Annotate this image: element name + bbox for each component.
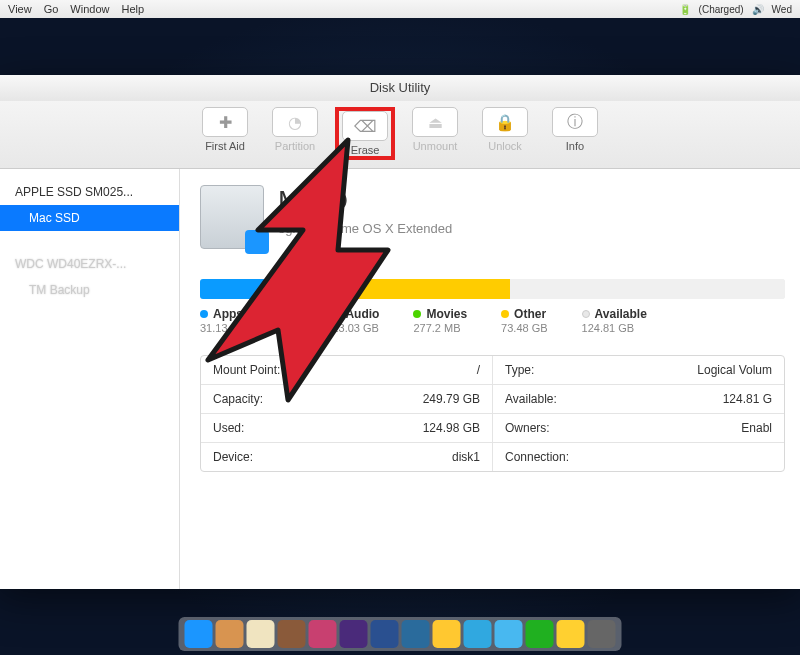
usage-seg-other bbox=[346, 279, 510, 299]
dock-app[interactable] bbox=[247, 620, 275, 648]
sidebar-drive-wdc[interactable]: WDC WD40EZRX-... bbox=[0, 251, 179, 277]
info-connection-label: Connection: bbox=[505, 450, 569, 464]
disk-icon bbox=[200, 185, 264, 249]
info-used-value: 124.98 GB bbox=[423, 421, 480, 435]
dock-app[interactable] bbox=[340, 620, 368, 648]
dock-app[interactable] bbox=[402, 620, 430, 648]
menu-go[interactable]: Go bbox=[44, 3, 59, 15]
dock-app[interactable] bbox=[309, 620, 337, 648]
battery-icon[interactable]: 🔋 bbox=[679, 4, 691, 15]
menu-view[interactable]: View bbox=[8, 3, 32, 15]
sidebar-volume-tm-backup[interactable]: TM Backup bbox=[0, 277, 179, 303]
unlock-button: 🔒 Unlock bbox=[475, 107, 535, 160]
legend-photos: 7.00 bbox=[277, 307, 298, 335]
usage-seg-available bbox=[510, 279, 785, 299]
erase-button[interactable]: ⌫ Erase bbox=[335, 107, 395, 160]
dock-app[interactable] bbox=[588, 620, 616, 648]
sidebar-volume-mac-ssd[interactable]: Mac SSD bbox=[0, 205, 179, 231]
menu-help[interactable]: Help bbox=[121, 3, 144, 15]
volume-info-table: Mount Point:/ Type:Logical Volum Capacit… bbox=[200, 355, 785, 472]
dock-app[interactable] bbox=[495, 620, 523, 648]
info-owners-value: Enabl bbox=[741, 421, 772, 435]
info-button[interactable]: ⓘ Info bbox=[545, 107, 605, 160]
usage-seg-audio bbox=[299, 279, 346, 299]
info-used-label: Used: bbox=[213, 421, 244, 435]
info-capacity-label: Capacity: bbox=[213, 392, 263, 406]
lock-icon: 🔒 bbox=[482, 107, 528, 137]
dock-app[interactable] bbox=[464, 620, 492, 648]
window-title: Disk Utility bbox=[0, 75, 800, 101]
legend-available: Available 124.81 GB bbox=[582, 307, 647, 335]
dock bbox=[179, 617, 622, 651]
info-available-label: Available: bbox=[505, 392, 557, 406]
dock-app[interactable] bbox=[526, 620, 554, 648]
menu-bar: View Go Window Help 🔋 (Charged) 🔊 Wed bbox=[0, 0, 800, 18]
partition-button: ◔ Partition bbox=[265, 107, 325, 160]
dock-finder[interactable] bbox=[185, 620, 213, 648]
info-icon: ⓘ bbox=[552, 107, 598, 137]
usage-bar bbox=[200, 279, 785, 299]
sidebar: APPLE SSD SM025... Mac SSD WDC WD40EZRX-… bbox=[0, 169, 180, 589]
stethoscope-icon: ✚ bbox=[202, 107, 248, 137]
main-pane: M SD ogical Volume OS X Extended Apps 31… bbox=[180, 169, 800, 589]
erase-icon: ⌫ bbox=[342, 111, 388, 141]
info-type-value: Logical Volum bbox=[697, 363, 772, 377]
info-device-value: disk1 bbox=[452, 450, 480, 464]
legend-movies: Movies 277.2 MB bbox=[413, 307, 467, 335]
info-available-value: 124.81 G bbox=[723, 392, 772, 406]
legend-audio: Audio 13.03 GB bbox=[332, 307, 379, 335]
info-mount-value: / bbox=[477, 363, 480, 377]
usage-legend: Apps 31.13 7.00 Audio 13.03 GB Movies 27… bbox=[200, 307, 785, 335]
volume-name: M SD bbox=[278, 185, 452, 217]
battery-status: (Charged) bbox=[699, 4, 744, 15]
dock-app[interactable] bbox=[433, 620, 461, 648]
info-device-label: Device: bbox=[213, 450, 253, 464]
menu-day: Wed bbox=[772, 4, 792, 15]
first-aid-button[interactable]: ✚ First Aid bbox=[195, 107, 255, 160]
unmount-button: ⏏ Unmount bbox=[405, 107, 465, 160]
volume-subtitle: ogical Volume OS X Extended bbox=[278, 221, 452, 236]
toolbar: ✚ First Aid ◔ Partition ⌫ Erase ⏏ Unmoun… bbox=[0, 101, 800, 169]
menu-window[interactable]: Window bbox=[70, 3, 109, 15]
dock-app[interactable] bbox=[216, 620, 244, 648]
dock-app[interactable] bbox=[371, 620, 399, 648]
usage-seg-apps bbox=[200, 279, 282, 299]
volume-icon[interactable]: 🔊 bbox=[752, 4, 764, 15]
dock-app[interactable] bbox=[278, 620, 306, 648]
legend-other: Other 73.48 GB bbox=[501, 307, 547, 335]
dock-app[interactable] bbox=[557, 620, 585, 648]
partition-icon: ◔ bbox=[272, 107, 318, 137]
usage-seg-photos bbox=[282, 279, 300, 299]
legend-apps: Apps 31.13 bbox=[200, 307, 243, 335]
sidebar-drive-apple-ssd[interactable]: APPLE SSD SM025... bbox=[0, 179, 179, 205]
info-owners-label: Owners: bbox=[505, 421, 550, 435]
info-mount-label: Mount Point: bbox=[213, 363, 280, 377]
disk-utility-window: Disk Utility ✚ First Aid ◔ Partition ⌫ E… bbox=[0, 75, 800, 589]
eject-icon: ⏏ bbox=[412, 107, 458, 137]
info-capacity-value: 249.79 GB bbox=[423, 392, 480, 406]
info-type-label: Type: bbox=[505, 363, 534, 377]
